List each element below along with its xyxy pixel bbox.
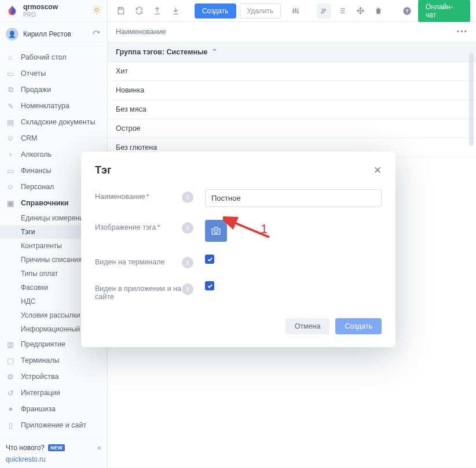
- tag-modal: Тэг ✕ Наименование* i Изображение тэга* …: [81, 152, 396, 347]
- image-upload-button[interactable]: [205, 220, 227, 242]
- terminal-checkbox[interactable]: [205, 255, 214, 264]
- cancel-button[interactable]: Отмена: [285, 318, 330, 334]
- field-image: Изображение тэга* i: [95, 220, 382, 242]
- required-mark: *: [147, 193, 149, 201]
- info-icon[interactable]: i: [182, 283, 193, 295]
- check-icon: [207, 256, 213, 263]
- app-checkbox[interactable]: [205, 281, 214, 290]
- field-label-text: Виден в приложении и на сайте: [95, 285, 181, 301]
- info-icon[interactable]: i: [182, 222, 193, 234]
- camera-icon: [210, 225, 222, 237]
- close-icon[interactable]: ✕: [374, 164, 382, 176]
- name-input[interactable]: [205, 189, 382, 207]
- field-terminal: Виден на терминале i: [95, 255, 382, 268]
- info-icon[interactable]: i: [182, 257, 193, 268]
- modal-create-button[interactable]: Создать: [335, 318, 382, 334]
- required-mark: *: [158, 223, 160, 231]
- check-icon: [207, 283, 213, 289]
- info-icon[interactable]: i: [182, 191, 193, 203]
- field-label-text: Изображение тэга: [95, 223, 156, 231]
- field-label-text: Виден на терминале: [95, 258, 164, 266]
- field-app: Виден в приложении и на сайте i: [95, 281, 382, 301]
- svg-point-6: [214, 230, 218, 233]
- modal-overlay: Тэг ✕ Наименование* i Изображение тэга* …: [0, 0, 476, 468]
- field-name: Наименование* i: [95, 189, 382, 207]
- modal-title: Тэг: [95, 164, 111, 176]
- field-label-text: Наименование: [95, 193, 145, 201]
